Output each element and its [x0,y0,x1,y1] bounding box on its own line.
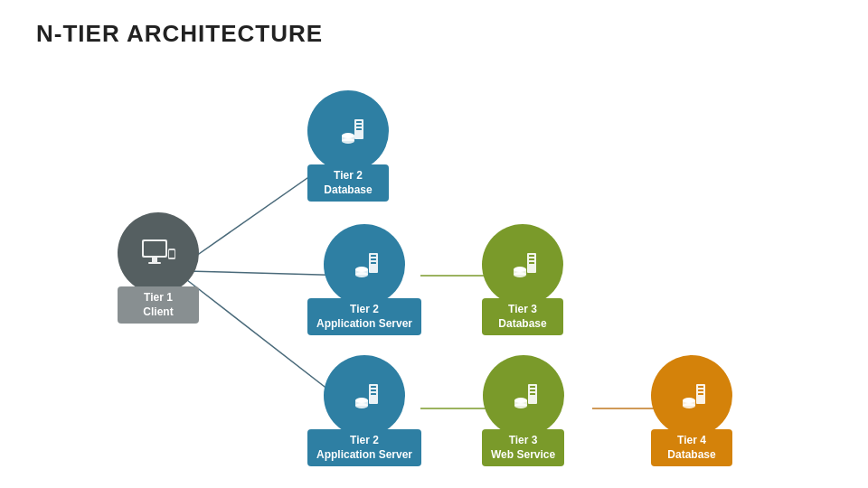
svg-rect-38 [371,389,376,391]
tier1-client-circle [118,212,199,294]
tier3-db-circle [482,224,563,305]
tier2-app1-label: Tier 2 Application Server [307,298,421,335]
tier4-db-label: Tier 4 Database [651,429,732,466]
svg-rect-37 [371,386,376,388]
server-t3db-icon [502,244,543,286]
svg-rect-7 [144,241,165,256]
svg-rect-9 [148,262,161,264]
tier2-app2-label: Tier 2 Application Server [307,429,421,466]
svg-rect-25 [371,262,376,264]
tier2-db-circle [307,90,389,172]
svg-rect-24 [371,258,376,260]
page-title: N-TIER ARCHITECTURE [36,20,323,48]
svg-rect-8 [152,258,157,262]
server-app1-icon [344,244,385,286]
tier3-db-label: Tier 3 Database [482,298,563,335]
tier3-db-node: Tier 3 Database [482,224,563,335]
svg-rect-44 [530,386,535,388]
tier2-app1-node: Tier 2 Application Server [307,224,421,335]
svg-rect-45 [530,389,535,391]
svg-rect-53 [698,393,703,395]
tier1-client-label: Tier 1 Client [118,286,199,324]
tier3-ws-circle [483,355,564,436]
tier3-ws-label: Tier 3 Web Service [482,429,564,466]
svg-point-14 [342,133,354,138]
svg-rect-46 [530,393,535,395]
server-app2-icon [344,375,385,417]
tier3-ws-node: Tier 3 Web Service [482,355,564,466]
tier4-db-circle [651,355,732,436]
svg-point-21 [355,267,368,272]
svg-rect-31 [529,258,534,260]
svg-rect-39 [371,393,376,395]
svg-rect-18 [356,128,362,130]
svg-rect-30 [529,255,534,257]
svg-rect-52 [698,389,703,391]
tier1-client-node: Tier 1 Client [118,212,199,324]
server-t4db-icon [671,375,712,417]
tier2-db-node: Tier 2 Database [307,90,389,202]
server-db-icon [327,110,369,152]
svg-rect-51 [698,386,703,388]
client-icon [137,232,179,274]
svg-rect-16 [356,121,362,123]
svg-point-49 [683,398,695,403]
svg-rect-23 [371,255,376,257]
tier2-app2-circle [324,355,405,436]
svg-rect-17 [356,125,362,127]
tier2-app1-circle [324,224,405,305]
tier4-db-node: Tier 4 Database [651,355,732,466]
server-t3ws-icon [503,375,544,417]
svg-rect-11 [169,250,175,258]
tier2-app2-node: Tier 2 Application Server [307,355,421,466]
tier2-db-label: Tier 2 Database [307,164,389,202]
svg-point-42 [514,398,527,403]
svg-point-28 [514,267,526,272]
svg-point-35 [355,398,368,403]
svg-rect-32 [529,262,534,264]
